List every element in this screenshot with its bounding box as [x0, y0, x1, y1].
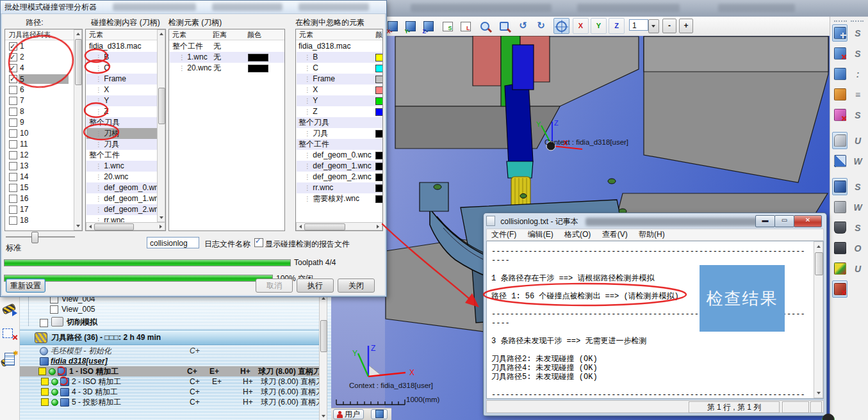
toolpath-u-icon[interactable]: U	[850, 132, 865, 149]
element-item[interactable]: ⋮ 20.wnc	[86, 172, 166, 182]
ignore-row[interactable]: 整个刀具	[297, 117, 383, 128]
dialog-titlebar[interactable]: 批处理模式碰撞管理分析器	[1, 1, 386, 14]
toolpath-item[interactable]: 14	[6, 172, 71, 182]
machine-view-icon[interactable]	[832, 178, 848, 195]
rotate-view-icon[interactable]: ↺	[515, 18, 531, 34]
notepad-scrollbar[interactable]	[814, 241, 823, 398]
layout-l-icon[interactable]: L	[457, 18, 473, 34]
toolpath-item-selected[interactable]: 5	[6, 74, 71, 85]
element-item[interactable]: fidia_d318.mac	[86, 41, 160, 52]
toolpath-item[interactable]: 9	[6, 117, 71, 128]
toolpath-item[interactable]: 6	[6, 85, 71, 95]
toolpath-w1-icon[interactable]: W	[850, 152, 865, 170]
tree-row-toolpath-4[interactable]: 4 - 3D 精加工 C+ H+ 球刀 (6.00) 直柄刀	[22, 387, 323, 397]
menu-format[interactable]: 格式(O)	[560, 229, 595, 240]
toolpath-list[interactable]: 刀具路径列表 1 2 4 5 6 7 8 9 10 11 12 13 14 15…	[4, 29, 83, 231]
ignore-row[interactable]: ⋮ def_geom_0.wnc	[297, 150, 383, 161]
detect-row[interactable]: ⋮ 1.wnc 无	[170, 52, 285, 63]
toolpath-item[interactable]: 4	[6, 63, 71, 74]
ignore-row[interactable]: ⋮ def_geom_2.wnc	[297, 172, 383, 182]
ignored-hscrollbar[interactable]	[296, 222, 382, 230]
notepad-titlebar[interactable]: collisionlog.txt - 记事本 ▬ ▭ ✕	[486, 215, 824, 228]
toolpath-hatch-icon[interactable]: ≡	[850, 86, 865, 103]
center-view-icon[interactable]	[553, 18, 569, 34]
section-view-icon[interactable]	[832, 152, 848, 170]
model-view-button[interactable]	[371, 409, 388, 419]
detect-row[interactable]: 整个工件 无	[170, 41, 285, 52]
ignore-row[interactable]: ⋮ B	[297, 52, 383, 63]
element-item[interactable]: ⋮ Y	[86, 95, 166, 106]
zoom-window-icon[interactable]	[496, 18, 512, 34]
toolpath-points-icon[interactable]: :	[850, 65, 865, 83]
toolpath-checkbox[interactable]	[41, 378, 49, 385]
collision-content-list[interactable]: 元素 fidia_d318.mac ⋮ B ⋮ C ⋮ Frame ⋮ X ⋮ …	[85, 29, 166, 231]
detect-elements-list[interactable]: 元素 距离 颜色 整个工件 无 ⋮ 1.wnc 无 ⋮ 20.wnc 无	[168, 29, 285, 231]
menu-help[interactable]: 帮助(H)	[634, 229, 669, 240]
zoom-dropdown-icon[interactable]	[648, 19, 659, 33]
ignore-row[interactable]: ⋮ Y	[297, 95, 383, 106]
rotate-about-x-icon[interactable]: X	[573, 18, 589, 34]
tree-row-toolpath-1[interactable]: 1 - ISO 精加工 C+ E+ H+ 球刀 (8.00) 直柄刀	[19, 366, 325, 376]
delete-model-icon[interactable]	[832, 45, 848, 62]
toolpath-s1-icon[interactable]: S	[850, 178, 865, 195]
ignore-row[interactable]: ⋮ Z	[297, 106, 383, 117]
tree-row-toolpath-5[interactable]: 5 - 投影精加工 C+ H+ 球刀 (6.00) 直柄刀	[22, 397, 323, 407]
element-item[interactable]: ⋮ def_geom_1.wnc	[86, 193, 166, 204]
minimize-button[interactable]: ▬	[755, 215, 775, 227]
element-item[interactable]: 整个工件	[86, 150, 160, 161]
element-item[interactable]: ⋮ X	[86, 85, 166, 95]
toolpath-s2-icon[interactable]: S	[850, 219, 865, 236]
ignore-row[interactable]: ⋮ rr.wnc	[297, 182, 383, 193]
toolpath-item[interactable]: 17	[6, 204, 71, 215]
collision-content-hscrollbar[interactable]	[86, 222, 165, 230]
toolpath-polygon-icon[interactable]: O	[850, 239, 865, 257]
toolpath-uturn-icon[interactable]: U	[850, 260, 865, 277]
tool-block-icon[interactable]	[832, 239, 848, 257]
eraser-icon[interactable]	[832, 132, 848, 149]
element-item[interactable]: ⋮ 刀具	[86, 139, 166, 150]
ignore-row[interactable]: ⋮ def_geom_1.wnc	[297, 161, 383, 172]
element-item[interactable]: ⋮ def_geom_0.wnc	[86, 182, 166, 193]
toolpath-region-icon[interactable]: S	[850, 106, 865, 124]
tolerance-slider[interactable]	[6, 236, 75, 238]
zoom-plus-button[interactable]: +	[679, 19, 693, 33]
delete-geometry-icon[interactable]	[832, 106, 848, 124]
collision-content-scrollbar[interactable]	[157, 29, 165, 222]
user-context-button[interactable]: 用户	[333, 409, 364, 419]
close-button[interactable]: ✕	[794, 215, 822, 227]
detect-row[interactable]: ⋮ 20.wnc 无	[170, 63, 285, 74]
element-item[interactable]: ⋮ Z	[86, 106, 166, 117]
ignore-row[interactable]: ⋮ Frame	[297, 74, 383, 85]
show-report-checkbox[interactable]	[254, 238, 263, 247]
zoom-extents-icon[interactable]	[477, 18, 493, 34]
tree-row-machine-context[interactable]: fidia d318[user]	[22, 356, 323, 366]
toolpath-item[interactable]: 8	[6, 106, 71, 117]
element-item[interactable]: 整个刀具	[86, 117, 160, 128]
toolpath-item[interactable]: 10	[6, 128, 71, 139]
ignore-row[interactable]: ⋮ X	[297, 85, 383, 95]
zoom-minus-button[interactable]: -	[662, 19, 676, 33]
tool-assembly-icon[interactable]	[832, 260, 848, 277]
toolpath-item[interactable]: 7	[6, 95, 71, 106]
orbit-view-icon[interactable]: ↻	[533, 18, 549, 34]
toolpath-item[interactable]: 18	[6, 215, 71, 226]
layout-s-icon[interactable]: S	[439, 18, 455, 34]
tree-row-toolpath-2[interactable]: 2 - ISO 精加工 C+ E+ H+ 球刀 (8.00) 直柄刀	[22, 376, 323, 387]
element-item[interactable]: ⋮ def_geom_2.wnc	[86, 204, 166, 215]
toolpath-curve-1-icon[interactable]: S	[850, 24, 865, 42]
delete-selection-icon[interactable]	[3, 327, 17, 341]
log-filename-input[interactable]: collisionlog	[147, 237, 199, 248]
reset-button[interactable]: 重新设置	[6, 279, 45, 293]
view-z-cube-icon[interactable]: Z-	[420, 18, 436, 34]
machine-flat-icon[interactable]	[832, 198, 848, 216]
element-item-selected[interactable]: ⋮ 刀柄	[86, 128, 166, 139]
toolpath-item[interactable]: 2	[6, 52, 71, 63]
toolpath-item[interactable]: 16	[6, 193, 71, 204]
menu-view[interactable]: 查看(V)	[598, 229, 632, 240]
collision-check-icon[interactable]	[832, 280, 848, 298]
tree-scrollbar[interactable]	[319, 294, 327, 420]
toolpath-checkbox[interactable]	[41, 398, 49, 406]
model-cube-icon[interactable]	[832, 65, 848, 83]
ignore-row[interactable]: fidia_d318.mac	[297, 41, 383, 52]
tree-row-cutting-simulation[interactable]: 切削模拟	[22, 317, 323, 328]
